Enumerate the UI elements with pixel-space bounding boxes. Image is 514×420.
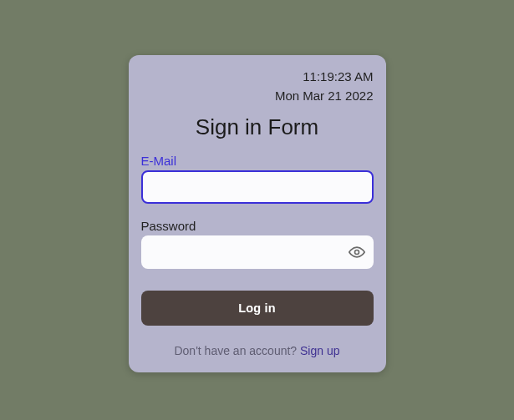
email-field-group: E-Mail — [141, 154, 374, 204]
toggle-password-visibility-button[interactable] — [347, 242, 367, 262]
login-button[interactable]: Log in — [141, 291, 374, 326]
email-label: E-Mail — [141, 154, 374, 168]
signup-prompt-text: Don't have an account? — [174, 344, 300, 357]
signin-card: 11:19:23 AM Mon Mar 21 2022 Sign in Form… — [129, 55, 386, 372]
email-input-wrap — [141, 170, 374, 204]
page-title: Sign in Form — [141, 114, 374, 140]
password-input-wrap — [141, 235, 374, 269]
password-field[interactable] — [141, 235, 374, 269]
eye-icon — [349, 244, 365, 261]
password-field-group: Password — [141, 219, 374, 269]
email-field[interactable] — [141, 170, 374, 204]
clock-block: 11:19:23 AM Mon Mar 21 2022 — [141, 67, 374, 106]
current-time: 11:19:23 AM — [141, 67, 374, 86]
signup-link[interactable]: Sign up — [300, 344, 339, 357]
current-date: Mon Mar 21 2022 — [141, 86, 374, 105]
signup-prompt: Don't have an account? Sign up — [141, 344, 374, 357]
password-label: Password — [141, 219, 374, 233]
svg-point-0 — [354, 250, 359, 254]
